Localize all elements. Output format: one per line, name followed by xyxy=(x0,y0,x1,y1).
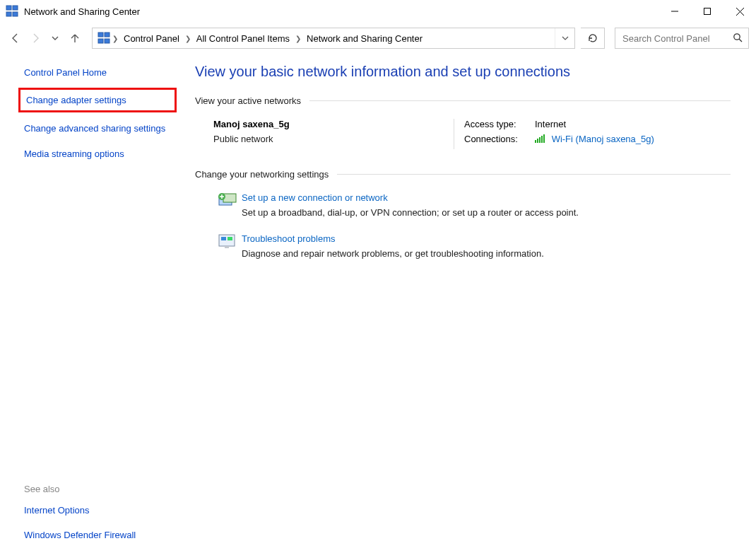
chevron-right-icon[interactable]: ❯ xyxy=(112,35,118,42)
up-button[interactable] xyxy=(66,30,83,47)
task-troubleshoot: Troubleshoot problems Diagnose and repai… xyxy=(213,233,731,259)
svg-rect-25 xyxy=(221,237,226,240)
network-name: Manoj saxena_5g xyxy=(213,119,445,129)
highlight-box: Change adapter settings xyxy=(18,88,177,113)
window-controls xyxy=(658,0,756,23)
vertical-divider xyxy=(454,119,454,149)
connection-link[interactable]: Wi-Fi (Manoj saxena_5g) xyxy=(552,134,654,144)
svg-rect-16 xyxy=(539,137,541,143)
troubleshoot-icon xyxy=(213,233,242,259)
breadcrumb-item[interactable]: Control Panel xyxy=(119,28,184,48)
svg-rect-8 xyxy=(98,33,103,37)
address-icon xyxy=(97,32,111,45)
search-icon[interactable] xyxy=(733,33,743,45)
svg-rect-10 xyxy=(98,39,103,43)
svg-rect-17 xyxy=(541,136,543,143)
network-type: Public network xyxy=(213,134,445,144)
change-advanced-sharing-link[interactable]: Change advanced sharing settings xyxy=(24,122,171,135)
control-panel-home-link[interactable]: Control Panel Home xyxy=(24,66,171,79)
svg-rect-11 xyxy=(105,39,110,43)
setup-connection-link[interactable]: Set up a new connection or network xyxy=(242,192,731,203)
setup-connection-desc: Set up a broadband, dial-up, or VPN conn… xyxy=(242,207,731,218)
refresh-button[interactable] xyxy=(581,28,605,49)
svg-rect-0 xyxy=(6,6,11,10)
close-button[interactable] xyxy=(723,0,756,23)
section-label: View your active networks xyxy=(195,95,309,106)
sidebar: Control Panel Home Change adapter settin… xyxy=(0,54,184,553)
forward-button[interactable] xyxy=(27,30,44,47)
connections-label: Connections: xyxy=(464,134,535,145)
svg-rect-18 xyxy=(543,134,545,143)
svg-rect-15 xyxy=(537,139,538,143)
svg-rect-1 xyxy=(13,6,18,10)
change-adapter-settings-link[interactable]: Change adapter settings xyxy=(26,94,169,107)
toolbar: ❯ Control Panel ❯ All Control Panel Item… xyxy=(0,23,756,54)
address-bar[interactable]: ❯ Control Panel ❯ All Control Panel Item… xyxy=(92,28,575,49)
wifi-signal-icon xyxy=(535,134,546,145)
access-type-label: Access type: xyxy=(464,119,535,129)
see-also-label: See also xyxy=(24,484,171,494)
page-title: View your basic network information and … xyxy=(195,64,731,80)
chevron-right-icon[interactable]: ❯ xyxy=(295,35,301,42)
svg-rect-2 xyxy=(6,12,11,16)
main-content: View your basic network information and … xyxy=(184,54,756,553)
divider xyxy=(337,174,731,175)
recent-locations-button[interactable] xyxy=(47,30,64,47)
active-network-panel: Manoj saxena_5g Public network Access ty… xyxy=(213,119,731,149)
troubleshoot-desc: Diagnose and repair network problems, or… xyxy=(242,248,731,259)
active-networks-header: View your active networks xyxy=(195,95,731,106)
svg-rect-9 xyxy=(105,33,110,37)
svg-point-12 xyxy=(734,33,740,39)
minimize-button[interactable] xyxy=(658,0,691,23)
internet-options-link[interactable]: Internet Options xyxy=(24,504,171,517)
breadcrumb-item[interactable]: All Control Panel Items xyxy=(192,28,294,48)
breadcrumb-item[interactable]: Network and Sharing Center xyxy=(302,28,427,48)
svg-rect-26 xyxy=(228,237,232,240)
back-button[interactable] xyxy=(7,30,24,47)
app-icon xyxy=(6,5,18,18)
svg-rect-14 xyxy=(535,140,536,143)
window-title: Network and Sharing Center xyxy=(24,6,658,17)
windows-defender-firewall-link[interactable]: Windows Defender Firewall xyxy=(24,529,171,542)
divider xyxy=(309,100,731,101)
svg-rect-3 xyxy=(13,12,18,16)
search-input[interactable] xyxy=(621,33,727,45)
svg-rect-27 xyxy=(225,246,229,248)
chevron-right-icon[interactable]: ❯ xyxy=(185,35,191,42)
svg-rect-5 xyxy=(704,8,711,15)
media-streaming-options-link[interactable]: Media streaming options xyxy=(24,148,171,161)
change-settings-header: Change your networking settings xyxy=(195,169,731,180)
address-dropdown-button[interactable] xyxy=(555,28,574,48)
svg-rect-20 xyxy=(223,194,236,202)
titlebar: Network and Sharing Center xyxy=(0,0,756,23)
maximize-button[interactable] xyxy=(691,0,723,23)
setup-connection-icon xyxy=(213,192,242,218)
search-box[interactable] xyxy=(615,28,749,49)
troubleshoot-link[interactable]: Troubleshoot problems xyxy=(242,233,731,244)
access-type-value: Internet xyxy=(535,119,566,129)
task-setup-connection: Set up a new connection or network Set u… xyxy=(213,192,731,218)
svg-line-13 xyxy=(739,39,742,42)
section-label: Change your networking settings xyxy=(195,169,337,180)
